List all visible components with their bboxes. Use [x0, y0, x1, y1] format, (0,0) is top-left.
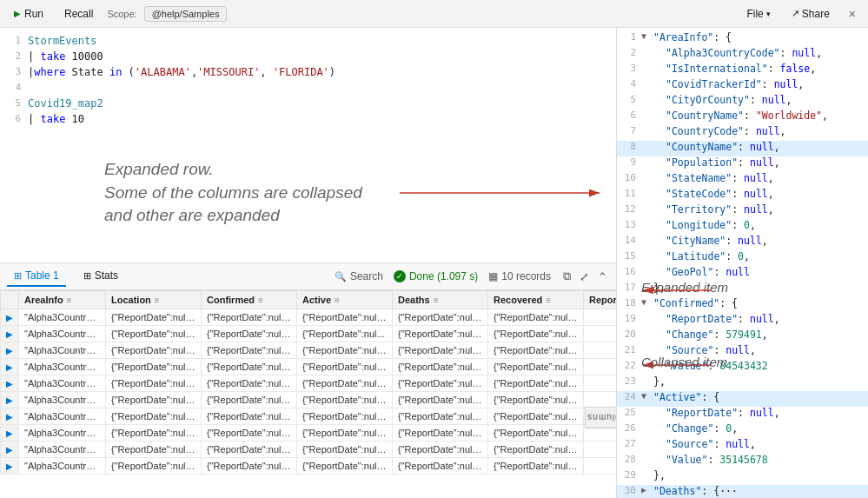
json-expand-icon[interactable]: ▼: [641, 391, 653, 401]
json-line: 15"Latitude": 0,: [617, 250, 868, 266]
recovered-sort-icon[interactable]: ≡: [546, 295, 551, 305]
expand-view-button[interactable]: ⤢: [578, 269, 591, 285]
json-expand-icon[interactable]: ▼: [641, 297, 653, 307]
json-line-content: "CountryCode": null,: [653, 125, 866, 137]
cell-r5-c3: {"ReportDate":null...: [297, 392, 393, 408]
run-button[interactable]: ▶ Run: [7, 6, 50, 22]
toolbar-right: File ▾ ↗ Share ×: [739, 5, 861, 23]
recall-button[interactable]: Recall: [57, 6, 100, 22]
tab-stats[interactable]: ⊞ Stats: [76, 266, 125, 287]
location-sort-icon[interactable]: ≡: [155, 295, 160, 305]
cell-r4-c5: {"ReportDate":null....: [488, 375, 584, 392]
col-header-areainfo[interactable]: AreaInfo ≡: [19, 291, 106, 309]
recall-label: Recall: [64, 8, 93, 20]
cell-r5-c4: {"ReportDate":null....: [393, 392, 488, 408]
row-expander-btn[interactable]: ▶: [1, 408, 19, 425]
row-expander-btn[interactable]: ▶: [1, 309, 19, 326]
code-line-5: 5 Covid19_map2: [0, 97, 616, 113]
col-header-location[interactable]: Location ≡: [106, 291, 202, 309]
annotation-expanded-row: Expanded row. Some of the columns are co…: [104, 158, 362, 228]
main-toolbar: ▶ Run Recall Scope: @help/Samples File ▾…: [0, 0, 868, 28]
row-expander-btn[interactable]: ▶: [1, 442, 19, 458]
cell-r5-c1: {"ReportDate":null....: [106, 392, 202, 408]
cell-r6-c4: {"ReportDate":null....: [393, 408, 488, 425]
json-line-content: "Change": 0,: [653, 422, 866, 435]
json-line: 11"StateCode": null,: [617, 188, 868, 203]
cell-r2-c6: [584, 342, 617, 359]
json-line-number: 7: [619, 125, 641, 136]
col-header-confirmed[interactable]: Confirmed ≡: [202, 291, 297, 309]
cell-r9-c5: {"ReportDate":null....: [488, 458, 584, 475]
json-line-number: 19: [619, 313, 641, 324]
json-line-number: 28: [619, 454, 641, 465]
cell-r9-c1: {"ReportDate":null....: [106, 458, 202, 475]
col-header-deaths[interactable]: Deaths ≡: [393, 291, 488, 309]
row-expander-btn[interactable]: ▶: [1, 359, 19, 375]
json-expand-icon[interactable]: ▼: [641, 31, 653, 41]
cell-r2-c3: {"ReportDate":null...: [297, 342, 393, 359]
confirmed-sort-icon[interactable]: ≡: [258, 295, 263, 305]
share-button[interactable]: ↗ Share: [785, 6, 837, 22]
columns-label[interactable]: Columns: [584, 406, 616, 428]
json-line: 26"Change": 0,: [617, 422, 868, 438]
cell-r7-c0: "Alpha3CountryCode....: [19, 425, 106, 442]
table-icon: ⊞: [14, 270, 22, 282]
json-line: 8"CountyName": null,: [617, 141, 868, 156]
json-line: 9"Population": null,: [617, 156, 868, 172]
cell-r9-c0: "Alpha3CountryCode....: [19, 458, 106, 475]
json-viewer[interactable]: 1▼"AreaInfo": {2"Alpha3CountryCode": nul…: [617, 28, 868, 498]
cell-r9-c3: {"ReportDate":null...: [297, 458, 393, 475]
json-line: 29},: [617, 469, 868, 485]
cell-r0-c5: {"ReportDate":null....: [488, 309, 584, 326]
row-expander-btn[interactable]: ▶: [1, 425, 19, 442]
cell-r0-c4: {"ReportDate":null....: [393, 309, 488, 326]
json-line-content: },: [653, 469, 866, 481]
cell-r4-c0: "Alpha3CountryCode....: [19, 375, 106, 392]
cell-r9-c4: {"ReportDate":null....: [393, 458, 488, 475]
json-line: 2"Alpha3CountryCode": null,: [617, 47, 868, 63]
table-row: ▶"Alpha3CountryCode....{"ReportDate":nul…: [1, 458, 617, 475]
json-line: 10"StateName": null,: [617, 172, 868, 188]
left-panel: 1 StormEvents 2 | take 10000 3 |where St…: [0, 28, 617, 498]
data-table-wrap[interactable]: Columns AreaInfo ≡: [0, 290, 616, 498]
col-header-active[interactable]: Active ≡: [297, 291, 393, 309]
table-toolbar: ⊞ Table 1 ⊞ Stats 🔍 Search ✓ Done (1.097…: [0, 262, 616, 290]
row-expander-btn[interactable]: ▶: [1, 375, 19, 392]
json-line-content: "Territory": null,: [653, 203, 866, 216]
table-row: ▶"Alpha3CountryCode....{"ReportDate":nul…: [1, 326, 617, 342]
file-button[interactable]: File ▾: [739, 6, 777, 22]
cell-r2-c4: {"ReportDate":null....: [393, 342, 488, 359]
copy-button[interactable]: ⧉: [561, 268, 573, 285]
cell-r5-c5: {"ReportDate":null....: [488, 392, 584, 408]
cell-r2-c2: {"ReportDate":null....: [202, 342, 297, 359]
search-box[interactable]: 🔍 Search: [335, 270, 383, 282]
code-editor[interactable]: 1 StormEvents 2 | take 10000 3 |where St…: [0, 28, 616, 149]
json-line-content: "Change": 579491,: [653, 329, 866, 341]
row-expander-btn[interactable]: ▶: [1, 392, 19, 408]
json-line-content: "Population": null,: [653, 156, 866, 169]
row-expander-btn[interactable]: ▶: [1, 342, 19, 359]
row-expander-btn[interactable]: ▶: [1, 326, 19, 342]
code-content-2: | take 10000: [28, 50, 103, 63]
json-line-number: 27: [619, 438, 641, 449]
row-expander-btn[interactable]: ▶: [1, 458, 19, 475]
col-header-reportdate[interactable]: ReportDate ≡: [584, 291, 617, 309]
cell-r8-c6: [584, 442, 617, 458]
json-line-content: "CountryName": "Worldwide",: [653, 110, 866, 122]
col-header-recovered[interactable]: Recovered ≡: [488, 291, 584, 309]
areainfo-sort-icon[interactable]: ≡: [67, 295, 72, 305]
close-button[interactable]: ×: [844, 5, 861, 23]
collapse-panel-button[interactable]: ⌃: [596, 269, 609, 285]
active-sort-icon[interactable]: ≡: [335, 295, 340, 305]
json-line: 24▼"Active": {: [617, 391, 868, 407]
tab-table1[interactable]: ⊞ Table 1: [7, 266, 66, 287]
cell-r8-c1: {"ReportDate":null....: [106, 442, 202, 458]
json-line-content: "Confirmed": {: [653, 297, 866, 309]
data-table: AreaInfo ≡ Location ≡: [0, 290, 616, 475]
deaths-sort-icon[interactable]: ≡: [434, 295, 439, 305]
json-line-number: 30: [619, 485, 641, 496]
json-line: 3"IsInternational": false,: [617, 63, 868, 78]
json-line-number: 11: [619, 188, 641, 199]
json-expand-icon[interactable]: ▶: [641, 485, 653, 495]
json-line-number: 23: [619, 375, 641, 387]
